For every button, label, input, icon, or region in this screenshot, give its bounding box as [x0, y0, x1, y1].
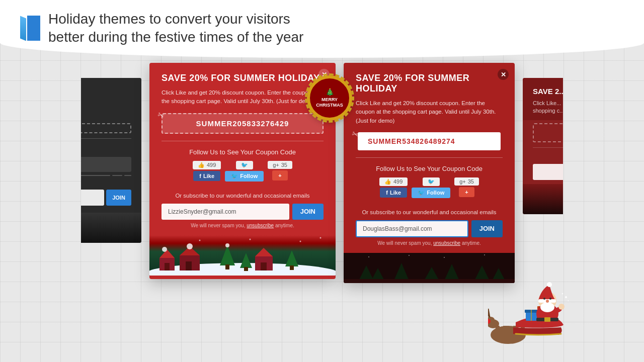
divider-right — [356, 157, 503, 158]
svg-rect-37 — [496, 326, 500, 338]
email-title-left: Or subscribe to our wonderful and occasi… — [162, 193, 324, 199]
logo — [20, 16, 40, 41]
gplus-btn-right[interactable]: g+ 35 + — [454, 177, 479, 198]
card-right-desc: Click Like and get 20% discount coupon. … — [356, 99, 503, 125]
svg-point-54 — [547, 282, 552, 287]
gp-action-left[interactable]: + — [272, 170, 287, 180]
svg-point-34 — [444, 257, 445, 258]
svg-point-58 — [546, 300, 549, 303]
partial-right-or: Or su... — [533, 154, 563, 160]
fb-like-left[interactable]: f Like — [193, 171, 220, 181]
svg-rect-60 — [544, 317, 550, 322]
tw-count-right: 🐦 — [423, 177, 440, 186]
svg-point-16 — [162, 247, 167, 252]
svg-point-32 — [368, 256, 369, 257]
santa-area — [488, 269, 569, 352]
coupon-code-left: SUMMER205833276429 — [170, 119, 315, 128]
divider-left — [162, 141, 324, 141]
email-input-right[interactable] — [356, 220, 468, 237]
join-button-left[interactable]: JOIN — [292, 204, 324, 220]
svg-point-65 — [568, 300, 569, 302]
header-text: Holiday themes to convert your visitors … — [48, 10, 303, 47]
email-input-left[interactable] — [162, 204, 289, 220]
gplus-btn-left[interactable]: g+ 35 + — [268, 161, 292, 182]
partial-card-left: SAVE 2... the coupon at st for demo) ode — [81, 78, 141, 243]
facebook-btn-right[interactable]: 👍 499 f Like — [379, 177, 408, 198]
svg-marker-9 — [240, 253, 252, 268]
svg-rect-8 — [225, 264, 229, 269]
card-right-title: SAVE 20% FOR SUMMER HOLIDAY — [356, 73, 503, 94]
card-right-header: ✕ SAVE 20% FOR SUMMER HOLIDAY Click Like… — [344, 63, 515, 132]
gp-action-right[interactable]: + — [459, 187, 474, 197]
card-right-coupon-area: ✂ SUMMER534826489274 — [344, 132, 515, 157]
logo-bar-thick — [27, 16, 40, 41]
svg-rect-13 — [261, 262, 267, 270]
coupon-box-left: SUMMER205833276429 — [162, 113, 324, 134]
tw-logo: 🐦 — [231, 173, 238, 179]
social-buttons-right: 👍 499 f Like 🐦 🐦 Follow — [356, 177, 503, 198]
svg-point-17 — [187, 243, 193, 249]
unsubscribe-link-left[interactable]: unsubscribe — [247, 223, 274, 228]
social-title-left: Follow Us to See Your Coupon Code — [162, 148, 324, 156]
card-left-desc: Click Like and get 20% discount coupon. … — [162, 88, 324, 106]
svg-point-20 — [250, 238, 251, 240]
tw-follow-right[interactable]: 🐦 Follow — [412, 188, 450, 198]
svg-point-19 — [199, 239, 201, 241]
email-section-left: Or subscribe to our wonderful and occasi… — [149, 193, 336, 235]
fb-count-right: 👍 499 — [379, 177, 408, 186]
close-button-right[interactable]: ✕ — [498, 69, 509, 80]
gp-count-left: g+ 35 — [268, 161, 292, 169]
svg-rect-3 — [165, 263, 170, 270]
twitter-btn-left[interactable]: 🐦 🐦 Follow — [225, 161, 264, 182]
winter-scene-left — [149, 235, 336, 276]
partial-right-title: SAVE 2... — [533, 87, 563, 96]
spam-text-left: We will never spam you, unsubscribe anyt… — [162, 223, 324, 228]
twitter-btn-right[interactable]: 🐦 🐦 Follow — [412, 177, 450, 198]
svg-marker-14 — [285, 250, 298, 266]
join-button-right[interactable]: JOIN — [471, 220, 503, 237]
bird-icon: 🐦 — [241, 162, 248, 168]
card-right: ✕ SAVE 20% FOR SUMMER HOLIDAY Click Like… — [344, 63, 515, 283]
svg-marker-12 — [255, 248, 273, 256]
partial-left-title: SAVE 2... — [81, 87, 131, 96]
coupon-code-right: SUMMER534826489274 — [358, 132, 501, 150]
svg-point-22 — [320, 237, 321, 238]
svg-marker-7 — [220, 245, 235, 265]
fb-like-right[interactable]: f Like — [380, 188, 407, 198]
svg-point-18 — [225, 243, 229, 247]
facebook-btn-left[interactable]: 👍 499 f Like — [193, 161, 221, 182]
gplus-icon-right: g+ — [459, 178, 466, 185]
tw-follow-left[interactable]: 🐦 Follow — [225, 171, 264, 182]
svg-point-57 — [549, 298, 551, 300]
partial-left-join[interactable]: JOIN — [112, 195, 125, 201]
email-title-right: Or subscribe to our wonderful and occasi… — [356, 209, 503, 215]
email-section-right: Or subscribe to our wonderful and occasi… — [344, 209, 515, 253]
svg-point-64 — [562, 293, 564, 295]
svg-rect-38 — [503, 326, 507, 338]
svg-point-21 — [300, 240, 301, 242]
fb-logo-right: f — [386, 190, 388, 196]
fb-logo: f — [199, 173, 201, 179]
social-title-right: Follow Us to See Your Coupon Code — [356, 165, 503, 172]
partial-left-desc: the coupon at st for demo) — [81, 100, 131, 115]
partial-card-right: SAVE 2... Click Like... shopping c... --… — [523, 78, 563, 214]
header: Holiday themes to convert your visitors … — [0, 0, 644, 57]
card-left-title: SAVE 20% FOR SUMMER HOLIDAY — [162, 73, 324, 83]
svg-point-63 — [565, 296, 567, 298]
email-row-left: JOIN — [162, 204, 324, 220]
santa-svg — [488, 269, 569, 350]
winter-svg-left — [149, 235, 336, 276]
bird-icon-right: 🐦 — [428, 178, 435, 185]
social-buttons-left: 👍 499 f Like 🐦 🐦 Follow — [162, 161, 324, 182]
gp-count-right: g+ 35 — [454, 177, 479, 186]
tw-count-left: 🐦 — [236, 161, 253, 169]
svg-rect-10 — [244, 267, 248, 271]
badge-text: MERRY CHRISTMAS — [316, 97, 343, 108]
svg-marker-2 — [159, 249, 175, 258]
gplus-icon: g+ — [273, 162, 279, 168]
tw-logo-right: 🐦 — [418, 190, 425, 196]
svg-point-62 — [558, 304, 565, 310]
unsubscribe-link-right[interactable]: unsubscribe — [433, 240, 460, 246]
spam-text-right: We will never spam you, unsubscribe anyt… — [356, 240, 503, 246]
svg-point-55 — [540, 302, 554, 312]
